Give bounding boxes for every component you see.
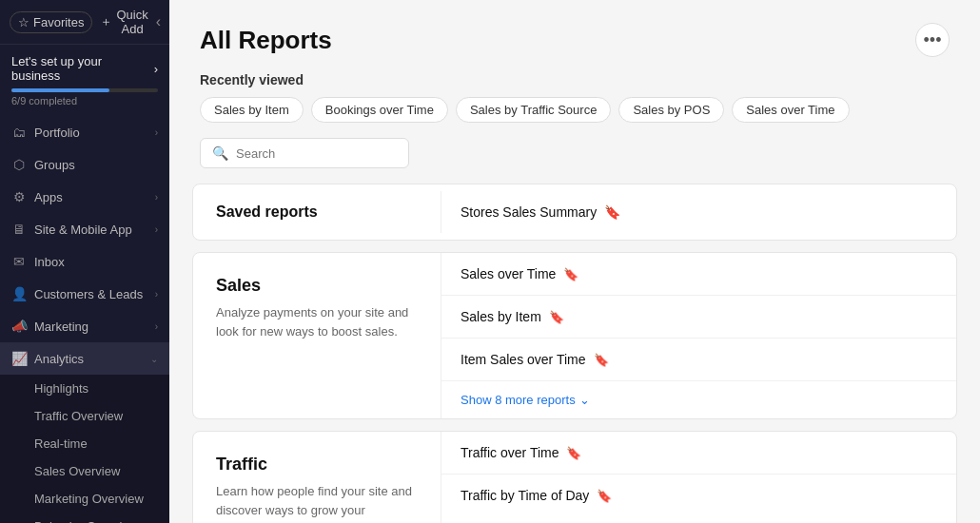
portfolio-icon: 🗂 (11, 125, 27, 140)
recent-pill-sales-over-time[interactable]: Sales over Time (732, 97, 849, 123)
sidebar-navigation: 🗂 Portfolio › ⬡ Groups ⚙ Apps › 🖥 Site &… (0, 116, 169, 523)
sidebar-setup-section: Let's set up your business › 6/9 complet… (0, 45, 169, 116)
search-section: 🔍 (169, 138, 980, 184)
star-icon: ☆ (18, 15, 29, 29)
bookmark-icon[interactable]: 🔖 (566, 446, 581, 460)
sidebar-item-analytics[interactable]: 📈 Analytics ⌄ (0, 342, 169, 375)
traffic-card-left: Traffic Learn how people find your site … (193, 432, 441, 523)
sidebar-item-label: Apps (34, 190, 63, 204)
recent-pill-bookings[interactable]: Bookings over Time (311, 97, 448, 123)
sidebar-item-label: Inbox (34, 255, 65, 269)
setup-progress-bar (11, 88, 158, 92)
customers-icon: 👤 (11, 286, 27, 301)
bookmark-icon[interactable]: 🔖 (549, 310, 564, 324)
report-row[interactable]: Item Sales over Time 🔖 (441, 339, 956, 381)
quickadd-label: Quick Add (116, 8, 147, 36)
page-title: All Reports (200, 26, 332, 55)
saved-reports-label: Saved reports (193, 184, 441, 240)
chevron-down-icon: ⌄ (150, 354, 158, 364)
sidebar-item-label: Marketing (34, 320, 88, 334)
sidebar-item-label: Site & Mobile App (34, 223, 132, 237)
recently-viewed-pills: Sales by Item Bookings over Time Sales b… (169, 97, 980, 138)
sidebar-top-bar: ☆ Favorites ＋ Quick Add ‹ (0, 0, 169, 45)
subnav-item-marketing-overview[interactable]: Marketing Overview (0, 485, 169, 513)
recent-pill-traffic-source[interactable]: Sales by Traffic Source (456, 97, 611, 123)
show-more-button[interactable]: Show 8 more reports ⌄ (441, 381, 956, 418)
report-row[interactable]: Sales over Time 🔖 (441, 253, 956, 296)
traffic-card-desc: Learn how people find your site and disc… (216, 482, 418, 523)
setup-title[interactable]: Let's set up your business › (11, 54, 158, 83)
sidebar-item-marketing[interactable]: 📣 Marketing › (0, 310, 169, 342)
sidebar-item-customers[interactable]: 👤 Customers & Leads › (0, 278, 169, 310)
report-row[interactable]: Traffic by Time of Day 🔖 (441, 475, 956, 516)
sidebar-item-label: Customers & Leads (34, 287, 143, 301)
traffic-card-right: Traffic over Time 🔖 Traffic by Time of D… (441, 432, 956, 523)
sidebar-item-label: Analytics (34, 352, 84, 366)
inbox-icon: ✉ (11, 254, 27, 269)
traffic-card: Traffic Learn how people find your site … (192, 431, 957, 523)
apps-icon: ⚙ (11, 189, 27, 204)
search-input[interactable] (236, 146, 388, 161)
sales-card-right: Sales over Time 🔖 Sales by Item 🔖 Item S… (441, 253, 956, 418)
report-name: Sales over Time (461, 266, 556, 281)
sidebar-close-icon[interactable]: ‹ (156, 13, 161, 30)
sidebar-item-groups[interactable]: ⬡ Groups (0, 148, 169, 181)
plus-icon: ＋ (100, 13, 112, 30)
groups-icon: ⬡ (11, 157, 27, 172)
bookmark-icon[interactable]: 🔖 (594, 353, 609, 367)
subnav-item-behavior-overview[interactable]: Behavior Overview (0, 513, 169, 523)
analytics-subnav: Highlights Traffic Overview Real-time Sa… (0, 375, 169, 523)
chevron-down-icon: ⌄ (579, 393, 590, 407)
subnav-item-sales-overview[interactable]: Sales Overview (0, 457, 169, 485)
bookmark-saved-icon[interactable]: 🔖 (604, 204, 620, 220)
subnav-item-realtime[interactable]: Real-time (0, 430, 169, 457)
bookmark-icon[interactable]: 🔖 (563, 267, 578, 281)
setup-progress-fill (11, 88, 109, 92)
main-header: All Reports ••• (169, 0, 980, 72)
sales-card-title: Sales (216, 276, 418, 296)
sidebar-item-inbox[interactable]: ✉ Inbox (0, 245, 169, 278)
subnav-item-highlights[interactable]: Highlights (0, 375, 169, 402)
bookmark-icon[interactable]: 🔖 (597, 489, 612, 503)
setup-chevron-icon: › (154, 62, 158, 76)
chevron-right-icon: › (155, 321, 158, 332)
sidebar-item-portfolio[interactable]: 🗂 Portfolio › (0, 116, 169, 148)
report-name: Item Sales over Time (461, 352, 586, 367)
saved-reports-right: Stores Sales Summary 🔖 (441, 191, 956, 233)
sales-card-desc: Analyze payments on your site and look f… (216, 303, 418, 340)
sidebar-item-label: Portfolio (34, 126, 80, 140)
sidebar: ☆ Favorites ＋ Quick Add ‹ Let's set up y… (0, 0, 169, 523)
site-icon: 🖥 (11, 222, 27, 237)
sales-card-left: Sales Analyze payments on your site and … (193, 253, 441, 418)
setup-count: 6/9 completed (11, 95, 158, 107)
main-content: All Reports ••• Recently viewed Sales by… (169, 0, 980, 523)
sidebar-item-site-mobile[interactable]: 🖥 Site & Mobile App › (0, 213, 169, 245)
report-name: Sales by Item (461, 309, 541, 324)
saved-report-name: Stores Sales Summary (461, 204, 597, 220)
favorites-button[interactable]: ☆ Favorites (10, 11, 92, 33)
search-box: 🔍 (200, 138, 409, 168)
chevron-right-icon: › (155, 289, 158, 300)
traffic-card-title: Traffic (216, 455, 418, 475)
show-more-label: Show 8 more reports (461, 393, 576, 407)
recent-pill-pos[interactable]: Sales by POS (618, 97, 724, 123)
chevron-right-icon: › (155, 192, 158, 203)
analytics-icon: 📈 (11, 351, 27, 366)
search-icon: 🔍 (212, 145, 228, 161)
recent-pill-sales-item[interactable]: Sales by Item (200, 97, 304, 123)
sales-card: Sales Analyze payments on your site and … (192, 252, 957, 419)
marketing-icon: 📣 (11, 319, 27, 334)
chevron-right-icon: › (155, 224, 158, 235)
report-name: Traffic over Time (461, 445, 559, 460)
recently-viewed-label: Recently viewed (169, 72, 980, 97)
report-name: Traffic by Time of Day (461, 488, 589, 503)
content-area: Saved reports Stores Sales Summary 🔖 Sal… (169, 184, 980, 523)
quickadd-button[interactable]: ＋ Quick Add (100, 8, 147, 36)
chevron-right-icon: › (155, 127, 158, 138)
more-options-button[interactable]: ••• (915, 23, 950, 57)
report-row[interactable]: Sales by Item 🔖 (441, 296, 956, 339)
setup-title-text: Let's set up your business (11, 54, 154, 83)
subnav-item-traffic-overview[interactable]: Traffic Overview (0, 402, 169, 430)
sidebar-item-apps[interactable]: ⚙ Apps › (0, 181, 169, 213)
report-row[interactable]: Traffic over Time 🔖 (441, 432, 956, 475)
